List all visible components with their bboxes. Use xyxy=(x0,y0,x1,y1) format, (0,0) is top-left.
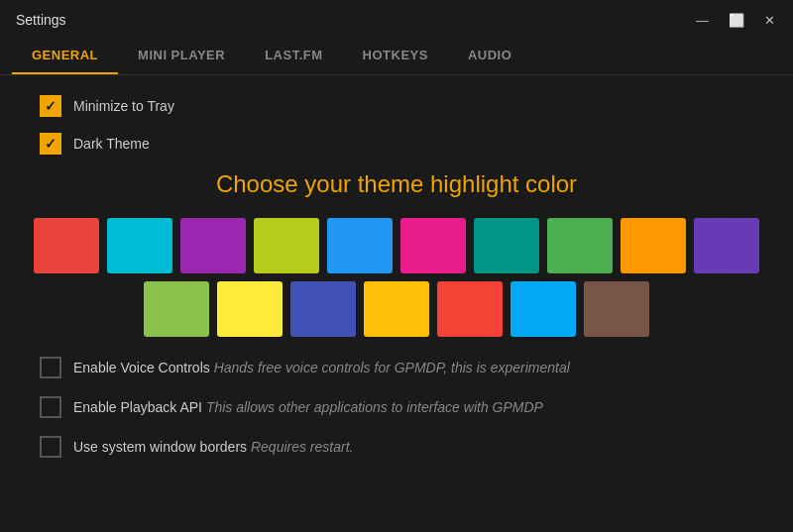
window-controls: — ⬜ ✕ xyxy=(690,12,781,29)
tabs-bar: GENERAL MINI PLAYER LAST.FM HOTKEYS AUDI… xyxy=(0,38,793,75)
minimize-to-tray-row: Minimize to Tray xyxy=(40,95,753,117)
maximize-button[interactable]: ⬜ xyxy=(723,12,750,29)
color-swatch-teal[interactable] xyxy=(474,218,539,273)
color-swatch-lime-green[interactable] xyxy=(254,218,319,273)
color-swatch-light-blue[interactable] xyxy=(510,281,576,337)
window-title: Settings xyxy=(16,12,66,28)
color-picker-section: Choose your theme highlight color xyxy=(40,170,753,337)
color-swatch-pink[interactable] xyxy=(400,218,466,273)
dark-theme-row: Dark Theme xyxy=(40,133,753,155)
option-label-voice-controls: Enable Voice Controls Hands free voice c… xyxy=(73,360,570,375)
color-swatch-purple[interactable] xyxy=(180,218,246,273)
color-swatch-orange[interactable] xyxy=(621,218,686,273)
color-swatch-blue[interactable] xyxy=(327,218,393,273)
option-checkbox-voice-controls[interactable] xyxy=(40,357,61,378)
color-swatch-green[interactable] xyxy=(547,218,613,273)
minimize-button[interactable]: — xyxy=(690,12,715,29)
tab-mini-player[interactable]: MINI PLAYER xyxy=(118,38,245,74)
option-label-system-borders: Use system window borders Requires resta… xyxy=(73,439,353,455)
title-bar: Settings — ⬜ ✕ xyxy=(0,0,793,38)
minimize-to-tray-label: Minimize to Tray xyxy=(73,98,174,114)
tab-audio[interactable]: AUDIO xyxy=(448,38,531,74)
tab-general[interactable]: GENERAL xyxy=(12,38,118,74)
color-swatch-brown[interactable] xyxy=(584,281,649,337)
dark-theme-label: Dark Theme xyxy=(73,136,150,152)
color-swatch-indigo[interactable] xyxy=(290,281,356,337)
color-swatch-deep-orange[interactable] xyxy=(437,281,503,337)
color-swatch-light-green[interactable] xyxy=(144,281,209,337)
tab-hotkeys[interactable]: HOTKEYS xyxy=(343,38,448,74)
close-button[interactable]: ✕ xyxy=(758,12,781,29)
option-checkbox-playback-api[interactable] xyxy=(40,396,61,418)
option-row-voice-controls: Enable Voice Controls Hands free voice c… xyxy=(40,357,753,378)
dark-theme-checkbox[interactable] xyxy=(40,133,61,155)
color-row-1 xyxy=(40,218,753,273)
color-swatch-cyan[interactable] xyxy=(107,218,172,273)
color-swatch-red[interactable] xyxy=(34,218,99,273)
color-swatch-amber[interactable] xyxy=(364,281,429,337)
color-picker-title: Choose your theme highlight color xyxy=(40,170,753,198)
option-label-playback-api: Enable Playback API This allows other ap… xyxy=(73,399,543,415)
option-row-system-borders: Use system window borders Requires resta… xyxy=(40,436,753,458)
bottom-options: Enable Voice Controls Hands free voice c… xyxy=(40,357,753,458)
option-row-playback-api: Enable Playback API This allows other ap… xyxy=(40,396,753,418)
option-checkbox-system-borders[interactable] xyxy=(40,436,61,458)
tab-lastfm[interactable]: LAST.FM xyxy=(245,38,342,74)
settings-content: Minimize to Tray Dark Theme Choose your … xyxy=(0,75,793,495)
color-row-2 xyxy=(40,281,753,337)
minimize-to-tray-checkbox[interactable] xyxy=(40,95,61,117)
color-swatch-deep-purple[interactable] xyxy=(694,218,759,273)
color-swatch-yellow[interactable] xyxy=(217,281,283,337)
